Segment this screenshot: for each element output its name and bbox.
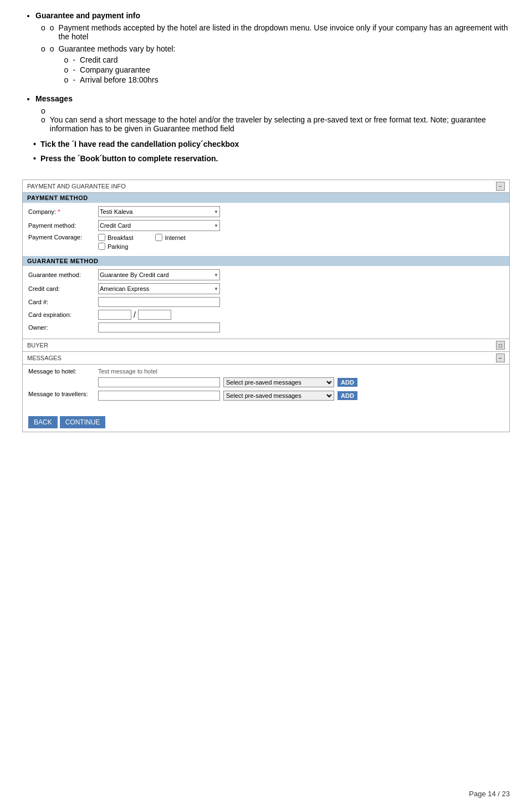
message-travellers-label: Message to travellers: <box>28 391 95 397</box>
panel-title-text: PAYMENT AND GUARANTEE INFO <box>27 183 126 190</box>
messages-label: MESSAGES <box>27 355 62 361</box>
guarantee-method-cc: -Credit card <box>64 55 176 64</box>
breakfast-checkbox[interactable] <box>98 234 105 241</box>
tick-instruction: Tick the ´I have read the candellation p… <box>33 140 510 149</box>
guarantee-method-company: -Company guarantee <box>64 65 176 74</box>
card-expiration-row: Card expiration: / <box>28 310 504 320</box>
guarantee-method-label: Guarantee method: <box>28 272 95 278</box>
payment-method-select[interactable]: Credit Card <box>98 220 220 231</box>
parking-checkbox[interactable] <box>98 243 105 250</box>
payment-guarantee-panel: PAYMENT AND GUARANTEE INFO − PAYMENT MET… <box>22 180 510 432</box>
continue-button[interactable]: CONTINUE <box>60 416 106 428</box>
payment-method-label: Payment method: <box>28 222 95 229</box>
buyer-label: BUYER <box>27 342 48 349</box>
messages-body: Message to hotel: Test message to hotel … <box>23 365 509 407</box>
company-select-wrapper: Testi Kaleva <box>98 206 220 217</box>
card-number-input[interactable] <box>98 297 220 307</box>
buyer-header: BUYER □ <box>23 339 509 352</box>
internet-option: Internet <box>155 234 185 241</box>
breakfast-label: Breakfast <box>108 234 133 241</box>
payment-method-section: PAYMENT METHOD Company: Testi Kaleva Pay… <box>23 193 509 256</box>
company-row: Company: Testi Kaleva <box>28 206 504 217</box>
buyer-collapse-button[interactable]: □ <box>496 341 505 350</box>
payment-method-row: Payment method: Credit Card <box>28 220 504 231</box>
message-travellers-input[interactable] <box>98 391 220 401</box>
coverage-right-col: Internet <box>155 234 185 250</box>
press-instruction: Press the ´Book´button to complete reser… <box>33 154 510 163</box>
internet-label: Internet <box>165 234 185 241</box>
guarantee-method-body: Guarantee method: Guarantee By Credit ca… <box>23 266 509 339</box>
messages-header: MESSAGES − <box>23 352 509 365</box>
message-hotel-placeholder-text: Test message to hotel <box>98 368 357 375</box>
credit-card-row: Credit card: American Express <box>28 283 504 294</box>
add-hotel-message-button[interactable]: ADD <box>337 378 357 387</box>
guarantee-method-arrival: -Arrival before 18:00hrs <box>64 75 176 84</box>
credit-card-select[interactable]: American Express <box>98 283 220 294</box>
messages-section: MESSAGES − Message to hotel: Test messag… <box>23 352 509 407</box>
card-expiration-label: Card expiration: <box>28 311 95 318</box>
payment-method-select-wrapper: Credit Card <box>98 220 220 231</box>
messages-info: o You can send a short message to the ho… <box>41 106 510 133</box>
document-content: Guarantee and payment info o Payment met… <box>22 11 510 163</box>
payment-info-item2: o Guarantee methods vary by hotel: -Cred… <box>41 44 510 90</box>
owner-input[interactable] <box>98 322 220 332</box>
expiration-separator: / <box>134 310 136 319</box>
breakfast-option: Breakfast <box>98 234 133 241</box>
payment-method-header: PAYMENT METHOD <box>23 193 509 203</box>
presaved-hotel-select[interactable]: Select pre-saved messages <box>223 377 334 387</box>
back-button[interactable]: BACK <box>28 416 58 428</box>
card-exp-year-input[interactable] <box>138 310 171 320</box>
add-travellers-message-button[interactable]: ADD <box>337 391 357 400</box>
payment-info-item1: o Payment methods accepted by the hotel … <box>41 23 510 41</box>
panel-controls: − <box>496 182 505 191</box>
card-number-label: Card #: <box>28 299 95 305</box>
form-buttons: BACK CONTINUE <box>23 413 509 432</box>
presaved-hotel-select-wrapper: Select pre-saved messages <box>223 377 334 387</box>
guarantee-method-section: GUARANTEE METHOD Guarantee method: Guara… <box>23 256 509 339</box>
message-hotel-group: Test message to hotel Select pre-saved m… <box>98 368 357 387</box>
presaved-travellers-select[interactable]: Select pre-saved messages <box>223 391 334 401</box>
company-select[interactable]: Testi Kaleva <box>98 206 220 217</box>
credit-card-label: Credit card: <box>28 285 95 292</box>
guarantee-method-select[interactable]: Guarantee By Credit card <box>98 269 220 280</box>
section-title-guarantee: Guarantee and payment info o Payment met… <box>35 11 510 90</box>
message-hotel-input[interactable] <box>98 377 220 387</box>
message-travellers-row: Message to travellers: Select pre-saved … <box>28 391 504 401</box>
guarantee-method-header: GUARANTEE METHOD <box>23 256 509 266</box>
payment-method-body: Company: Testi Kaleva Payment method: Cr… <box>23 203 509 256</box>
guarantee-method-select-wrapper: Guarantee By Credit card <box>98 269 220 280</box>
parking-option: Parking <box>98 243 133 250</box>
card-number-row: Card #: <box>28 297 504 307</box>
payment-coverage-label: Payment Covarage: <box>28 234 95 240</box>
messages-collapse-button[interactable]: − <box>496 354 505 362</box>
message-hotel-row: Message to hotel: Test message to hotel … <box>28 368 504 387</box>
panel-collapse-button[interactable]: − <box>496 182 505 191</box>
owner-row: Owner: <box>28 322 504 332</box>
parking-label: Parking <box>108 243 128 250</box>
expiration-inputs: / <box>98 310 171 320</box>
credit-card-select-wrapper: American Express <box>98 283 220 294</box>
presaved-travellers-select-wrapper: Select pre-saved messages <box>223 391 334 401</box>
card-exp-month-input[interactable] <box>98 310 131 320</box>
guarantee-method-row: Guarantee method: Guarantee By Credit ca… <box>28 269 504 280</box>
panel-header: PAYMENT AND GUARANTEE INFO − <box>23 180 509 193</box>
page-number: Page 14 / 23 <box>469 790 510 798</box>
message-hotel-label: Message to hotel: <box>28 368 95 375</box>
buyer-section: BUYER □ <box>23 339 509 352</box>
section-messages: Messages o You can send a short message … <box>35 94 510 133</box>
company-label: Company: <box>28 208 95 215</box>
owner-label: Owner: <box>28 324 95 331</box>
coverage-left-col: Breakfast Parking <box>98 234 133 250</box>
payment-coverage-row: Payment Covarage: Breakfast Parking <box>28 234 504 250</box>
internet-checkbox[interactable] <box>155 234 162 241</box>
